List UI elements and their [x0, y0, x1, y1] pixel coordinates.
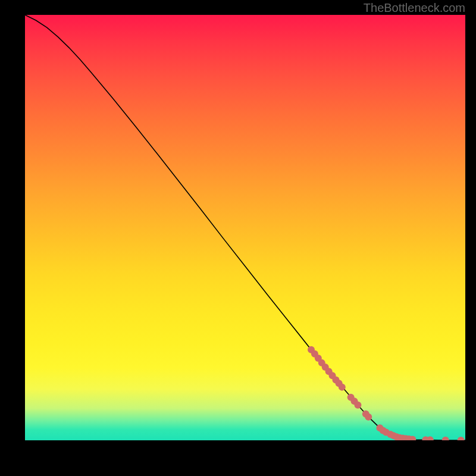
attribution-text: TheBottleneck.com: [364, 1, 465, 15]
chart-gradient-background: [25, 15, 465, 440]
